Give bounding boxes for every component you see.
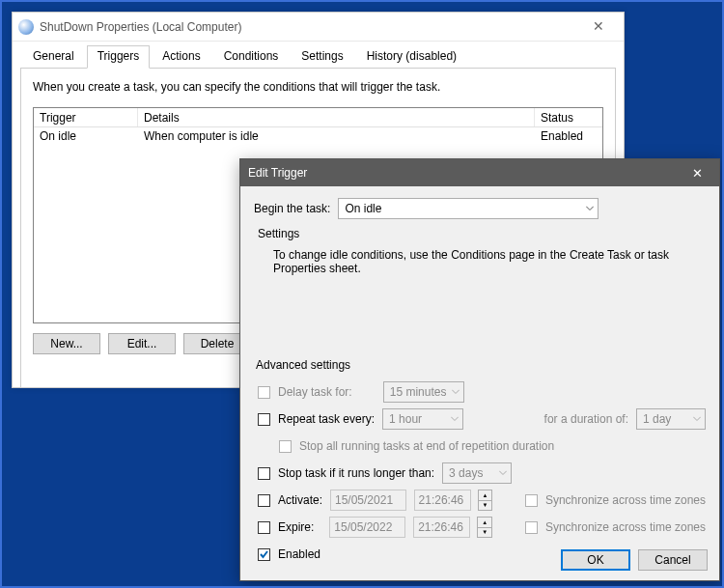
stop-repetition-label: Stop all running tasks at end of repetit… <box>299 439 554 453</box>
activate-date-field[interactable]: 15/05/2021 <box>330 490 406 511</box>
duration-select[interactable]: 1 day <box>636 408 706 430</box>
tab-history[interactable]: History (disabled) <box>356 45 467 69</box>
begin-task-value: On idle <box>345 202 381 215</box>
close-icon[interactable]: ✕ <box>579 15 618 39</box>
tab-actions[interactable]: Actions <box>152 45 210 69</box>
activate-sync-label: Synchronize across time zones <box>545 493 706 507</box>
titlebar[interactable]: ShutDown Properties (Local Computer) ✕ <box>13 13 624 42</box>
delay-select[interactable]: 15 minutes <box>383 381 464 403</box>
chevron-down-icon <box>451 417 459 422</box>
enabled-checkbox[interactable] <box>258 548 270 561</box>
expire-label: Expire: <box>278 520 321 534</box>
dialog-title: Edit Trigger <box>248 166 682 180</box>
activate-time-field[interactable]: 21:26:46 <box>414 490 471 511</box>
chevron-down-icon <box>586 207 594 211</box>
window-title: ShutDown Properties (Local Computer) <box>40 20 579 34</box>
close-icon[interactable]: ✕ <box>682 166 711 181</box>
activate-label: Activate: <box>278 493 322 507</box>
chevron-down-icon <box>452 390 459 395</box>
begin-task-label: Begin the task: <box>254 202 330 215</box>
advanced-settings-label: Advanced settings <box>256 358 706 372</box>
col-status[interactable]: Status <box>535 108 602 126</box>
spinner-up-icon[interactable]: ▲ <box>479 490 492 501</box>
dialog-body: Begin the task: On idle Settings To chan… <box>240 186 719 580</box>
settings-group-label: Settings <box>258 227 706 240</box>
cell-trigger: On idle <box>34 129 138 143</box>
table-row[interactable]: On idle When computer is idle Enabled <box>34 127 602 145</box>
tab-settings[interactable]: Settings <box>291 45 353 69</box>
repeat-label: Repeat task every: <box>278 412 375 426</box>
spinner-down-icon[interactable]: ▼ <box>479 501 492 511</box>
duration-value: 1 day <box>643 412 671 426</box>
expire-checkbox[interactable] <box>258 521 270 534</box>
stop-repetition-checkbox[interactable] <box>279 440 292 453</box>
chevron-down-icon <box>499 471 507 476</box>
ok-button[interactable]: OK <box>561 549 630 571</box>
dialog-footer: OK Cancel <box>561 549 708 571</box>
chevron-down-icon <box>693 417 701 422</box>
grid-header: Trigger Details Status <box>34 108 602 127</box>
activate-checkbox[interactable] <box>258 494 270 507</box>
delay-checkbox[interactable] <box>258 386 270 399</box>
delay-label: Delay task for: <box>278 385 352 399</box>
new-button[interactable]: New... <box>33 333 100 354</box>
begin-task-select[interactable]: On idle <box>338 198 599 219</box>
spinner-down-icon[interactable]: ▼ <box>478 528 491 538</box>
cell-status: Enabled <box>535 129 602 143</box>
edit-button[interactable]: Edit... <box>108 333 176 354</box>
spinner-up-icon[interactable]: ▲ <box>478 518 491 528</box>
dialog-titlebar[interactable]: Edit Trigger ✕ <box>240 159 719 186</box>
stop-longer-checkbox[interactable] <box>258 467 270 480</box>
tab-conditions[interactable]: Conditions <box>213 45 290 69</box>
settings-hint-text: To change idle conditions, use the Condi… <box>273 248 706 275</box>
tab-triggers[interactable]: Triggers <box>87 45 151 69</box>
col-details[interactable]: Details <box>138 108 535 126</box>
stop-longer-label: Stop task if it runs longer than: <box>278 466 434 480</box>
expire-time-spinner[interactable]: ▲▼ <box>477 517 492 538</box>
enabled-label: Enabled <box>278 547 320 561</box>
repeat-checkbox[interactable] <box>258 413 270 426</box>
stop-longer-value: 3 days <box>449 466 483 480</box>
cancel-button[interactable]: Cancel <box>638 549 708 571</box>
stop-longer-select[interactable]: 3 days <box>442 462 512 484</box>
expire-time-field[interactable]: 21:26:46 <box>413 517 470 538</box>
repeat-value: 1 hour <box>389 412 422 426</box>
col-trigger[interactable]: Trigger <box>34 108 138 126</box>
tab-strip: General Triggers Actions Conditions Sett… <box>13 42 624 69</box>
delay-value: 15 minutes <box>390 385 447 399</box>
activate-time-spinner[interactable]: ▲▼ <box>478 490 493 511</box>
cell-details: When computer is idle <box>138 129 535 143</box>
expire-sync-label: Synchronize across time zones <box>545 520 706 534</box>
task-icon <box>18 19 34 35</box>
activate-sync-checkbox[interactable] <box>525 494 538 507</box>
tab-general[interactable]: General <box>22 45 85 69</box>
repeat-select[interactable]: 1 hour <box>382 408 463 430</box>
edit-trigger-dialog: Edit Trigger ✕ Begin the task: On idle S… <box>239 158 720 581</box>
expire-sync-checkbox[interactable] <box>525 521 538 534</box>
intro-text: When you create a task, you can specify … <box>33 80 603 94</box>
expire-date-field[interactable]: 15/05/2022 <box>329 517 405 538</box>
duration-label: for a duration of: <box>544 412 628 426</box>
